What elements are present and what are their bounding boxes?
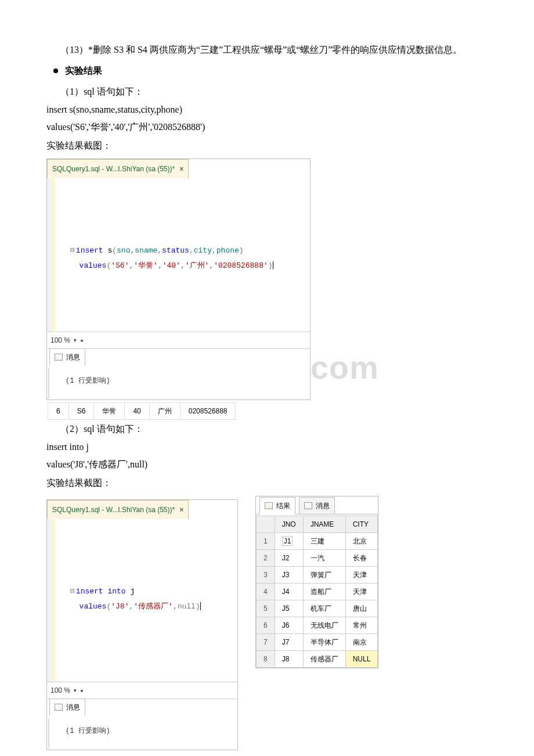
step1-label: （1）sql 语句如下： [46,82,488,101]
zoom-label: 100 % [50,333,70,347]
messages-tab-label: 消息 [66,350,80,364]
results-tab[interactable]: 结果 [259,497,295,514]
grid-icon [265,502,273,509]
sql-editor[interactable]: ⊟insert into j values('J8','传感器厂',null) [47,519,237,682]
table-row: 7J7半导体厂南京 [257,633,378,650]
zoom-label: 100 % [50,683,70,697]
editor-tab-label: SQLQuery1.sql - W...I.ShiYan (sa (55))* [52,162,175,176]
messages-body: (1 行受影响) [48,718,236,748]
messages-tab-label: 消息 [66,700,80,714]
table-row: 2J2一汽长春 [257,549,378,566]
step2-sql-1: insert into j [46,438,488,456]
section-heading: 实验结果 [46,62,488,80]
results-tab-label: 结果 [276,499,290,513]
table-row: 8J8传感器厂NULL [257,650,378,667]
messages-tab-label: 消息 [316,499,330,513]
scroll-left-icon[interactable]: ◂ [80,335,83,345]
table-row: 6J6无线电厂常州 [257,617,378,633]
messages-body: (1 行受影响) [48,368,309,398]
message-icon [55,354,63,361]
screenshot-caption-2: 实验结果截图： [46,474,488,492]
messages-tab[interactable]: 消息 [49,699,85,716]
fold-icon[interactable]: ⊟ [70,246,75,255]
table-row: 3J3弹簧厂天津 [257,566,378,583]
message-icon [55,704,63,711]
messages-tab[interactable]: 消息 [299,497,335,514]
result-row: 6 S6 华誉 40 广州 0208526888 [48,402,236,420]
ssms-window-1: SQLQuery1.sql - W...I.ShiYan (sa (55))* … [46,159,311,400]
close-icon[interactable]: × [179,503,183,517]
editor-tab-label: SQLQuery1.sql - W...I.ShiYan (sa (55))* [52,503,175,517]
step1-sql-2: values('S6','华誉','40','广州','0208526888') [46,118,488,136]
step1-sql-1: insert s(sno,sname,status,city,phone) [46,101,488,118]
editor-tab[interactable]: SQLQuery1.sql - W...I.ShiYan (sa (55))* … [47,500,189,519]
scroll-left-icon[interactable]: ◂ [80,685,83,696]
screenshot-caption-1: 实验结果截图： [46,136,488,155]
message-icon [304,502,312,509]
step2-label: （2）sql 语句如下： [46,420,488,438]
table-row: 1J1三建北京 [257,532,378,549]
question-13: （13）*删除 S3 和 S4 两供应商为“三建”工程供应“螺母”或“螺丝刀”零… [46,41,488,59]
ssms-window-2: SQLQuery1.sql - W...I.ShiYan (sa (55))* … [46,499,238,750]
sql-editor[interactable]: ⊟insert s(sno,sname,status,city,phone) v… [47,178,310,332]
step2-sql-2: values('J8','传感器厂',null) [46,456,488,473]
table-row: 4J4造船厂天津 [257,583,378,600]
fold-icon[interactable]: ⊟ [70,587,75,596]
section-title: 实验结果 [65,62,102,80]
zoom-dropdown-icon[interactable]: ▾ [74,335,77,345]
zoom-bar: 100 % ▾ ◂ [47,332,310,349]
results-grid: JNO JNAME CITY 1J1三建北京 2J2一汽长春 3J3弹簧厂天津 … [256,516,378,668]
close-icon[interactable]: × [179,162,183,176]
results-panel: 结果 消息 JNO JNAME CITY 1J1三建北京 2J2一汽长春 3J3… [255,496,378,668]
zoom-bar: 100 % ▾ ◂ [47,682,237,699]
zoom-dropdown-icon[interactable]: ▾ [74,685,77,696]
table-row: 5J5机车厂唐山 [257,600,378,617]
document-page: （13）*删除 S3 和 S4 两供应商为“三建”工程供应“螺母”或“螺丝刀”零… [0,0,534,756]
editor-tab[interactable]: SQLQuery1.sql - W...I.ShiYan (sa (55))* … [47,159,189,178]
bullet-icon [53,69,58,73]
messages-tab[interactable]: 消息 [49,348,85,366]
